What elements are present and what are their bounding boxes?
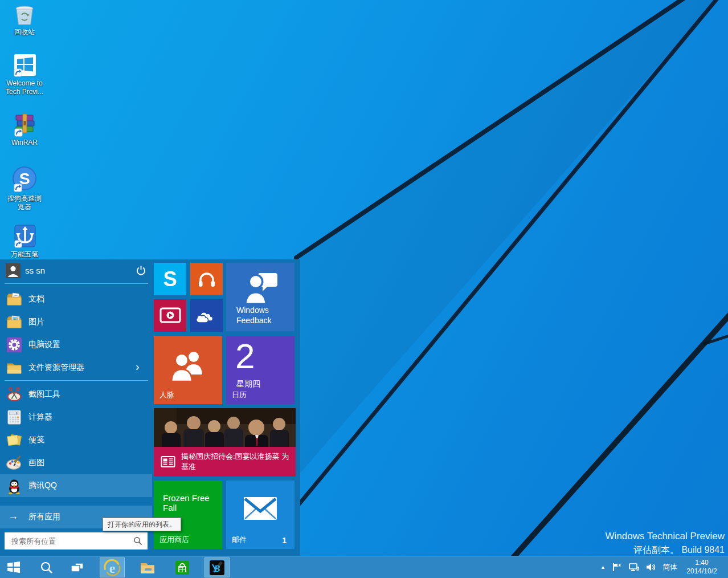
calendar-weekday: 星期四 xyxy=(236,379,260,389)
sidebar-item-tencent-qq[interactable]: 腾讯QQ xyxy=(0,474,152,497)
gear-icon xyxy=(6,336,23,353)
user-avatar[interactable] xyxy=(6,263,21,278)
start-menu-header: ss sn xyxy=(0,259,152,283)
watermark-line1: Windows Technical Preview xyxy=(606,530,725,543)
sidebar-item-documents[interactable]: 文档 xyxy=(0,288,152,311)
network-icon[interactable] xyxy=(628,563,640,572)
pictures-folder-icon xyxy=(6,314,23,331)
desktop-icon-sogou-browser[interactable]: S 搜狗高速浏览器 xyxy=(0,165,49,211)
tile-music[interactable] xyxy=(190,263,223,295)
start-menu: ss sn 文档 xyxy=(0,259,300,556)
sidebar-item-label: 截图工具 xyxy=(28,389,60,400)
news-icon xyxy=(161,455,175,468)
sidebar-item-snipping-tool[interactable]: 截图工具 xyxy=(0,383,152,406)
desktop-icon-label: WinRAR xyxy=(11,139,38,147)
taskbar: e xyxy=(0,556,728,578)
sidebar-item-label: 计算器 xyxy=(28,412,52,422)
taskbar-task-view-button[interactable] xyxy=(64,557,89,577)
snipping-tool-icon xyxy=(6,386,23,403)
tile-label: Windows Feedback xyxy=(236,305,284,325)
mail-unread-badge: 1 xyxy=(282,536,287,545)
person-icon xyxy=(6,263,21,278)
sidebar-item-label: 文档 xyxy=(28,294,44,304)
tile-windows-feedback[interactable]: Windows Feedback xyxy=(226,263,295,331)
user-name: ss sn xyxy=(25,266,45,275)
power-button[interactable] xyxy=(133,263,148,278)
clock-date: 2014/10/2 xyxy=(684,567,720,576)
windows-shortcut-icon xyxy=(12,52,37,78)
all-apps-tooltip: 打开你的应用的列表。 xyxy=(103,518,181,531)
search-icon xyxy=(40,561,54,575)
action-center-flag-icon[interactable] xyxy=(612,563,622,572)
tile-news[interactable]: 揭秘国庆招待会:国宴以淮扬菜 为基准 xyxy=(154,408,296,477)
winrar-icon xyxy=(12,112,37,137)
feedback-icon xyxy=(243,272,279,304)
taskbar-file-explorer[interactable] xyxy=(135,557,160,577)
sidebar-item-pc-settings[interactable]: 电脑设置 xyxy=(0,333,152,356)
tile-skype[interactable]: S xyxy=(154,263,186,295)
taskbar-search-button[interactable] xyxy=(34,557,59,577)
tile-label: 日历 xyxy=(232,390,247,400)
build-watermark: Windows Technical Preview 评估副本。 Build 98… xyxy=(606,530,725,556)
sogou-browser-icon: S xyxy=(11,165,38,193)
onedrive-clouds-icon xyxy=(195,307,219,324)
sidebar-item-sticky-notes[interactable]: 便笺 xyxy=(0,429,152,451)
ime-indicator[interactable]: 简体 xyxy=(662,562,677,572)
internet-explorer-icon: e xyxy=(104,559,121,576)
search-icon[interactable] xyxy=(133,536,142,546)
sidebar-item-label: 文件资源管理器 xyxy=(28,363,84,373)
volume-icon[interactable] xyxy=(646,563,656,572)
svg-text:e: e xyxy=(109,560,115,575)
tile-label: 邮件 xyxy=(232,535,247,545)
people-icon xyxy=(169,351,206,381)
clock-time: 1:40 xyxy=(684,559,720,567)
tile-mail[interactable]: 邮件 1 xyxy=(226,481,295,549)
search-input[interactable] xyxy=(10,536,133,546)
desktop-icon-recycle-bin[interactable]: 回收站 xyxy=(0,1,49,36)
desktop-icon-winrar[interactable]: WinRAR xyxy=(0,112,49,147)
desktop-icon-label: 回收站 xyxy=(14,28,35,36)
documents-folder-icon xyxy=(6,291,23,308)
calendar-day: 2 xyxy=(235,336,255,376)
tile-people[interactable]: 人脉 xyxy=(154,336,222,404)
taskbar-clock[interactable]: 1:40 2014/10/2 xyxy=(684,559,720,576)
store-app-title: Frozen Free Fall xyxy=(163,493,222,512)
taskbar-pinned-app[interactable]: B xyxy=(205,557,230,577)
task-view-icon xyxy=(69,561,84,575)
skype-icon: S xyxy=(163,267,177,291)
windows-logo-icon xyxy=(7,560,21,574)
store-icon xyxy=(175,560,190,575)
sidebar-item-paint[interactable]: 画图 xyxy=(0,451,152,474)
system-tray: ▲ 简体 1:40 2014/10/2 xyxy=(600,559,728,576)
sidebar-item-calculator[interactable]: 0 计算器 xyxy=(0,406,152,429)
tile-onedrive[interactable] xyxy=(190,299,223,332)
tile-label: 应用商店 xyxy=(159,535,189,545)
news-headline: 揭秘国庆招待会:国宴以淮扬菜 为基准 xyxy=(181,451,289,472)
sidebar-item-label: 腾讯QQ xyxy=(28,481,57,491)
tile-video[interactable] xyxy=(154,299,186,332)
sidebar-item-label: 画图 xyxy=(28,458,44,468)
search-box xyxy=(5,532,148,549)
start-button[interactable] xyxy=(0,556,27,578)
desktop-icon-label: 搜狗高速浏览器 xyxy=(6,194,43,211)
taskbar-store-button[interactable] xyxy=(170,557,195,577)
desktop-icon-wubi-input[interactable]: 万能五笔 xyxy=(0,223,49,259)
sidebar-item-label: 图片 xyxy=(28,317,44,327)
sidebar-item-file-explorer[interactable]: 文件资源管理器 › xyxy=(0,356,152,379)
paint-palette-icon xyxy=(6,454,23,471)
qq-penguin-icon xyxy=(6,477,23,494)
sidebar-item-label: 电脑设置 xyxy=(28,340,60,350)
taskbar-internet-explorer[interactable]: e xyxy=(100,557,125,577)
sidebar-item-pictures[interactable]: 图片 xyxy=(0,311,152,333)
recycle-bin-icon xyxy=(12,1,37,26)
show-hidden-icons-button[interactable]: ▲ xyxy=(600,564,606,570)
tile-calendar[interactable]: 2 星期四 日历 xyxy=(226,336,295,404)
sidebar-item-label: 便笺 xyxy=(28,435,44,445)
desktop-icon-label: 万能五笔 xyxy=(11,250,38,259)
watermark-line2: 评估副本。 Build 9841 xyxy=(606,543,725,556)
svg-text:0: 0 xyxy=(16,412,18,415)
chevron-right-icon[interactable]: › xyxy=(136,360,140,373)
folder-icon xyxy=(140,561,156,575)
tile-store[interactable]: Frozen Free Fall 应用商店 xyxy=(154,481,222,549)
desktop-icon-welcome-shortcut[interactable]: Welcome to Tech Previ... xyxy=(0,52,49,96)
